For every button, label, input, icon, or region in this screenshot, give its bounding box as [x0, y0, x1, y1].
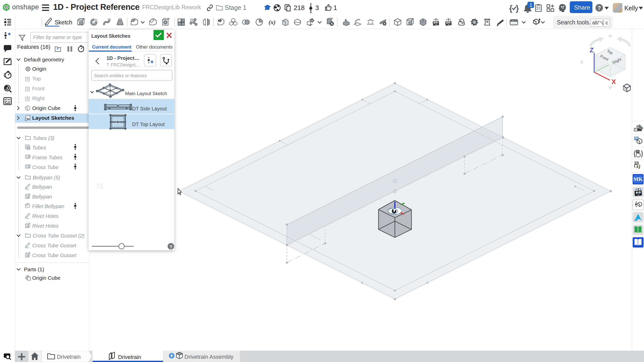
svg-text:Layout Sketches: Layout Sketches — [32, 115, 74, 121]
svg-text:Z: Z — [590, 46, 594, 54]
svg-text:Bellypan: Bellypan — [32, 184, 52, 190]
svg-text:Y: Y — [611, 60, 615, 65]
svg-text:Default geometry: Default geometry — [24, 57, 64, 62]
svg-text:Fillet Bellypan: Fillet Bellypan — [32, 203, 64, 209]
svg-text:c: c — [605, 20, 608, 25]
svg-text:?: ? — [169, 244, 172, 250]
svg-text:Cross Tube Gusset (2): Cross Tube Gusset (2) — [33, 233, 85, 238]
svg-text:Frame Tubes: Frame Tubes — [32, 154, 62, 160]
svg-text:Tubes (3): Tubes (3) — [33, 135, 54, 141]
svg-text:MK: MK — [633, 176, 643, 182]
svg-text:Bellypan: Bellypan — [32, 194, 52, 199]
svg-text:Bellypan (5): Bellypan (5) — [33, 175, 60, 180]
svg-text:x): x) — [636, 164, 640, 169]
svg-text:}: } — [516, 4, 519, 13]
svg-text:Rivet Holes: Rivet Holes — [32, 213, 59, 219]
svg-text:Cross Tube Gusset: Cross Tube Gusset — [32, 243, 77, 248]
svg-text:Cross Tube: Cross Tube — [32, 164, 58, 170]
svg-text:Other documents: Other documents — [136, 44, 173, 50]
svg-text:Drivetrain: Drivetrain — [57, 354, 81, 360]
svg-text:Main Layout Sketch: Main Layout Sketch — [125, 91, 167, 96]
svg-text:Origin: Origin — [32, 66, 46, 72]
svg-text:Tubes: Tubes — [32, 145, 46, 150]
svg-text:Origin Cube: Origin Cube — [32, 105, 60, 111]
svg-text:DT Side Layout: DT Side Layout — [132, 106, 167, 111]
svg-text:Top: Top — [32, 76, 41, 82]
svg-text:FRCDesignL...: FRCDesignL... — [111, 62, 140, 67]
svg-text:Cross Tube Gusset: Cross Tube Gusset — [32, 252, 77, 258]
svg-text:Sketch: Sketch — [55, 19, 72, 26]
svg-text:Origin Cube: Origin Cube — [32, 275, 60, 281]
svg-text:Right: Right — [32, 95, 45, 101]
svg-text:Search tools...: Search tools... — [557, 19, 594, 26]
svg-text:Drivetrain Assembly: Drivetrain Assembly — [184, 354, 233, 360]
svg-text:{: { — [509, 4, 512, 13]
svg-text:Current document: Current document — [92, 45, 131, 50]
svg-text:Drivetrain: Drivetrain — [118, 354, 141, 360]
svg-text:Layout Sketches: Layout Sketches — [91, 33, 130, 39]
svg-text:1D - Project…: 1D - Project… — [106, 55, 139, 61]
svg-text:Filter by name or type: Filter by name or type — [33, 34, 82, 40]
svg-text:Front: Front — [32, 86, 45, 91]
svg-text:Features (16): Features (16) — [17, 44, 50, 50]
svg-text:alt/⌥: alt/⌥ — [592, 20, 605, 25]
svg-text:DT Top Layout: DT Top Layout — [132, 122, 165, 127]
svg-text:Rivet Holes: Rivet Holes — [32, 223, 59, 229]
svg-text:?: ? — [597, 5, 601, 11]
svg-text:Search entities or features: Search entities or features — [94, 73, 147, 78]
svg-text:Parts (1): Parts (1) — [24, 266, 44, 272]
svg-text:X: X — [612, 78, 616, 86]
